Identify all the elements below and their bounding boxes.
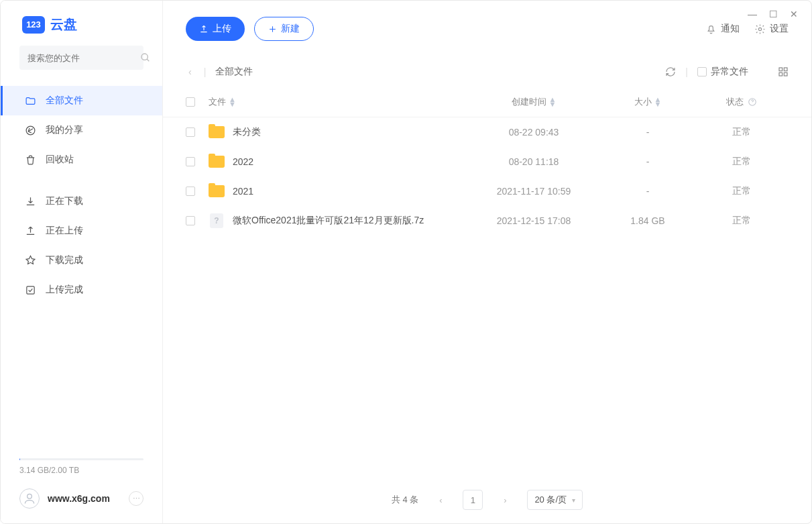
upload-icon xyxy=(199,24,209,34)
col-file-header[interactable]: 文件▲▼ xyxy=(209,96,467,108)
file-date: 2021-11-17 10:59 xyxy=(467,186,601,197)
row-checkbox[interactable] xyxy=(186,187,195,196)
file-name: 微软Office2021批量许可版21年12月更新版.7z xyxy=(233,215,424,227)
svg-rect-6 xyxy=(779,68,782,71)
more-menu-button[interactable]: ⋯ xyxy=(129,491,143,506)
row-checkbox[interactable] xyxy=(186,127,195,137)
page-size-label: 20 条/页 xyxy=(534,494,567,506)
search-box[interactable] xyxy=(19,46,143,70)
file-status: 正常 xyxy=(695,156,789,168)
pagination: 共 4 条 ‹ 1 › 20 条/页 ▾ xyxy=(163,476,811,523)
bell-icon xyxy=(705,23,717,35)
file-size: - xyxy=(601,127,695,138)
checkbox[interactable] xyxy=(697,67,707,76)
next-page-button[interactable]: › xyxy=(495,490,515,510)
folder-icon xyxy=(209,156,225,168)
svg-point-5 xyxy=(758,28,761,30)
file-name: 2022 xyxy=(233,156,253,167)
file-icon: ? xyxy=(210,213,223,228)
sidebar-item-trash[interactable]: 回收站 xyxy=(1,145,162,174)
file-date: 08-22 09:43 xyxy=(467,127,601,138)
search-icon[interactable] xyxy=(140,52,151,63)
help-icon[interactable] xyxy=(748,97,757,107)
settings-button[interactable]: 设置 xyxy=(754,23,789,35)
sidebar-item-label: 全部文件 xyxy=(46,95,83,107)
table-row[interactable]: 20212021-11-17 10:59-正常 xyxy=(163,176,811,206)
prev-page-button[interactable]: ‹ xyxy=(430,490,451,510)
sidebar-item-share[interactable]: 我的分享 xyxy=(1,115,162,145)
app-logo: 123 云盘 xyxy=(1,1,162,46)
file-name: 2021 xyxy=(233,186,253,197)
file-status: 正常 xyxy=(695,126,789,138)
sidebar-item-label: 我的分享 xyxy=(46,124,83,136)
breadcrumb-root[interactable]: 全部文件 xyxy=(215,66,253,78)
upload-icon xyxy=(24,225,36,237)
notify-label: 通知 xyxy=(721,23,740,35)
abnormal-label: 异常文件 xyxy=(711,66,748,78)
sidebar-item-label: 正在上传 xyxy=(46,225,83,237)
table-header: 文件▲▼ 创建时间▲▼ 大小▲▼ 状态 xyxy=(163,87,811,117)
sidebar-item-all-files[interactable]: 全部文件 xyxy=(1,86,162,115)
refresh-button[interactable] xyxy=(665,66,676,77)
sidebar-item-upload-done[interactable]: 上传完成 xyxy=(1,275,162,305)
table-row[interactable]: 202208-20 11:18-正常 xyxy=(163,147,811,176)
sidebar-footer: 3.14 GB/2.00 TB www.x6g.com ⋯ xyxy=(1,446,162,523)
upload-done-icon xyxy=(24,284,36,296)
svg-rect-9 xyxy=(784,72,787,76)
avatar[interactable] xyxy=(19,488,40,509)
page-size-select[interactable]: 20 条/页 ▾ xyxy=(527,490,583,510)
user-name: www.x6g.com xyxy=(48,493,121,504)
separator: | xyxy=(204,66,207,77)
abnormal-filter[interactable]: 异常文件 xyxy=(697,66,748,78)
row-checkbox[interactable] xyxy=(186,216,195,225)
table-row[interactable]: ?微软Office2021批量许可版21年12月更新版.7z2021-12-15… xyxy=(163,206,811,235)
sidebar-item-label: 回收站 xyxy=(46,154,74,166)
plus-icon xyxy=(268,25,277,34)
chevron-down-icon: ▾ xyxy=(572,496,575,504)
breadcrumb-row: ‹ | 全部文件 | 异常文件 xyxy=(163,57,811,87)
notify-button[interactable]: 通知 xyxy=(705,23,740,35)
toolbar: 上传 新建 通知 设置 xyxy=(163,1,811,57)
grid-view-button[interactable] xyxy=(778,66,789,77)
sidebar-nav: 全部文件 我的分享 回收站 正在下载 正在上传 下载完成 上传完成 xyxy=(1,82,162,446)
pagination-total: 共 4 条 xyxy=(392,494,418,506)
file-size: - xyxy=(601,186,695,197)
file-name: 未分类 xyxy=(233,126,261,138)
sidebar-item-downloading[interactable]: 正在下载 xyxy=(1,187,162,216)
sidebar-item-download-done[interactable]: 下载完成 xyxy=(1,246,162,275)
col-status-header: 状态 xyxy=(695,96,789,108)
file-date: 2021-12-15 17:08 xyxy=(467,215,601,226)
upload-label: 上传 xyxy=(213,23,231,35)
share-icon xyxy=(24,125,36,136)
folder-icon xyxy=(24,95,36,107)
col-size-header[interactable]: 大小▲▼ xyxy=(601,96,695,108)
svg-line-1 xyxy=(147,59,149,61)
download-done-icon xyxy=(24,255,36,266)
select-all-checkbox[interactable] xyxy=(186,97,195,107)
sidebar-item-uploading[interactable]: 正在上传 xyxy=(1,216,162,246)
file-status: 正常 xyxy=(695,215,789,227)
col-date-header[interactable]: 创建时间▲▼ xyxy=(467,96,601,108)
gear-icon xyxy=(754,23,766,35)
svg-point-0 xyxy=(141,54,148,60)
main: 上传 新建 通知 设置 ‹ | 全部文件 | 异常文件 文件▲▼ 创建时间▲▼ xyxy=(163,1,811,523)
sort-icon: ▲▼ xyxy=(229,97,236,107)
download-icon xyxy=(24,196,36,207)
table-body: 未分类08-22 09:43-正常202208-20 11:18-正常20212… xyxy=(163,117,811,235)
row-checkbox[interactable] xyxy=(186,157,195,166)
trash-icon xyxy=(24,154,36,166)
file-size: 1.84 GB xyxy=(601,215,695,226)
storage-text: 3.14 GB/2.00 TB xyxy=(19,466,143,475)
svg-rect-8 xyxy=(779,72,782,76)
logo-text: 云盘 xyxy=(50,15,77,34)
sort-icon: ▲▼ xyxy=(654,97,662,107)
sidebar-item-label: 下载完成 xyxy=(46,254,83,266)
file-date: 08-20 11:18 xyxy=(467,156,601,167)
new-button[interactable]: 新建 xyxy=(254,17,314,41)
upload-button[interactable]: 上传 xyxy=(186,17,245,41)
table-row[interactable]: 未分类08-22 09:43-正常 xyxy=(163,117,811,147)
page-number-button[interactable]: 1 xyxy=(463,490,483,510)
svg-point-4 xyxy=(27,494,32,499)
back-button[interactable]: ‹ xyxy=(186,66,194,77)
search-input[interactable] xyxy=(27,53,140,63)
